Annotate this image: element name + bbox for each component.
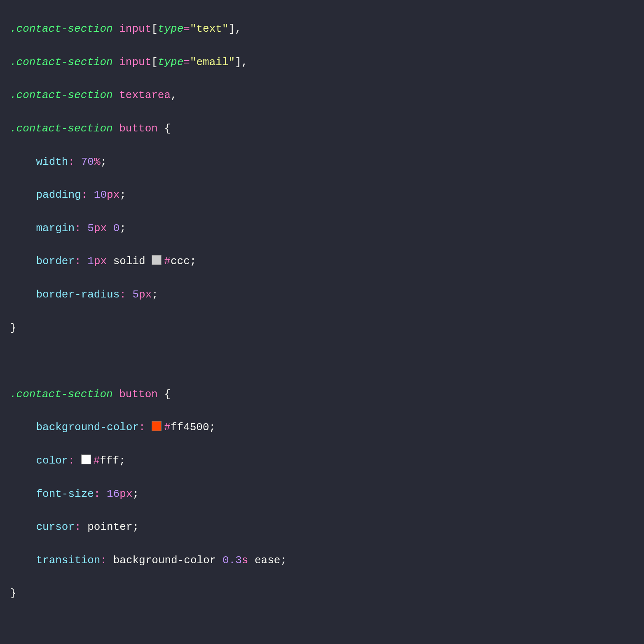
hex: ccc — [171, 255, 190, 267]
css-value: pointer — [87, 521, 132, 533]
colon: : — [81, 189, 88, 201]
code-line: margin: 5px 0; — [10, 220, 644, 237]
semicolon: ; — [209, 421, 216, 433]
bracket: [ — [151, 23, 158, 35]
colon: : — [94, 488, 101, 500]
colon: : — [68, 454, 75, 467]
string: "text" — [190, 23, 229, 35]
brace: { — [164, 122, 171, 135]
operator: = — [183, 23, 190, 35]
css-value: solid — [113, 255, 145, 267]
css-property: cursor — [36, 521, 75, 533]
css-property: color — [36, 454, 68, 467]
css-value: ease — [255, 554, 280, 567]
css-value: background-color — [113, 554, 216, 567]
code-line: cursor: pointer; — [10, 519, 644, 535]
code-line: border-radius: 5px; — [10, 286, 644, 303]
semicolon: ; — [133, 488, 139, 500]
css-selector: .contact-section — [10, 23, 113, 35]
semicolon: ; — [119, 189, 126, 201]
colon: : — [119, 288, 126, 301]
number: 16 — [107, 488, 119, 500]
css-property: padding — [36, 189, 81, 201]
colon: : — [100, 554, 107, 567]
css-property: background-color — [36, 421, 139, 433]
unit: px — [119, 488, 132, 500]
css-tag: input — [119, 23, 151, 35]
unit: px — [94, 222, 107, 234]
code-line: .contact-section input[type="email"], — [10, 54, 644, 70]
css-selector: .contact-section — [10, 56, 113, 68]
css-attr: type — [158, 23, 183, 35]
comma: , — [235, 23, 241, 35]
css-property: transition — [36, 554, 100, 567]
code-line: padding: 10px; — [10, 187, 644, 203]
string: "email" — [190, 56, 235, 68]
colon: : — [68, 156, 75, 168]
semicolon: ; — [190, 255, 197, 267]
colon: : — [139, 421, 145, 433]
unit: % — [94, 156, 101, 168]
code-line: } — [10, 585, 644, 602]
css-tag: textarea — [119, 89, 171, 101]
code-line: .contact-section button { — [10, 386, 644, 403]
semicolon: ; — [100, 156, 107, 168]
css-selector: .contact-section — [10, 122, 113, 135]
css-property: margin — [36, 222, 75, 234]
unit: px — [107, 189, 119, 201]
colon: : — [75, 521, 81, 533]
css-tag: button — [119, 388, 158, 400]
hex: ff4500 — [171, 421, 209, 433]
number: 0.3 — [222, 554, 242, 567]
css-property: font-size — [36, 488, 94, 500]
hex: fff — [100, 454, 119, 467]
number: 10 — [94, 189, 107, 201]
number: 70 — [81, 156, 94, 168]
brace: { — [164, 388, 171, 400]
bracket: ] — [235, 56, 241, 68]
color-swatch-icon[interactable] — [152, 421, 162, 431]
css-selector: .contact-section — [10, 388, 113, 400]
hash: # — [164, 421, 171, 433]
semicolon: ; — [132, 521, 139, 533]
blank-line — [10, 618, 644, 635]
semicolon: ; — [152, 288, 158, 301]
unit: s — [242, 554, 248, 567]
css-attr: type — [158, 56, 183, 68]
code-line: width: 70%; — [10, 154, 644, 170]
code-line: .contact-section input[type="text"], — [10, 21, 644, 37]
color-swatch-icon[interactable] — [152, 255, 162, 265]
blank-line — [10, 353, 644, 369]
colon: : — [75, 222, 81, 234]
code-line: } — [10, 320, 644, 336]
color-swatch-icon[interactable] — [81, 454, 91, 464]
code-line: .contact-section button { — [10, 120, 644, 137]
code-line: color: #fff; — [10, 452, 644, 469]
code-line: transition: background-color 0.3s ease; — [10, 552, 644, 569]
hash: # — [164, 255, 171, 267]
unit: px — [139, 288, 152, 301]
comma: , — [171, 89, 177, 101]
brace: } — [10, 587, 16, 600]
code-line: border: 1px solid #ccc; — [10, 253, 644, 269]
semicolon: ; — [119, 222, 126, 234]
css-selector: .contact-section — [10, 89, 113, 101]
colon: : — [75, 255, 81, 267]
number: 1 — [87, 255, 94, 267]
hash: # — [94, 454, 100, 467]
bracket: [ — [151, 56, 158, 68]
css-property: width — [36, 156, 68, 168]
brace: } — [10, 322, 16, 334]
code-editor[interactable]: .contact-section input[type="text"], .co… — [0, 0, 644, 644]
number: 0 — [113, 222, 120, 234]
number: 5 — [132, 288, 139, 301]
css-property: border-radius — [36, 288, 119, 301]
bracket: ] — [229, 23, 235, 35]
code-line: .contact-section textarea, — [10, 87, 644, 103]
code-line: background-color: #ff4500; — [10, 419, 644, 436]
comma: , — [241, 56, 248, 68]
number: 5 — [87, 222, 94, 234]
semicolon: ; — [119, 454, 126, 467]
code-line: font-size: 16px; — [10, 486, 644, 502]
unit: px — [94, 255, 107, 267]
